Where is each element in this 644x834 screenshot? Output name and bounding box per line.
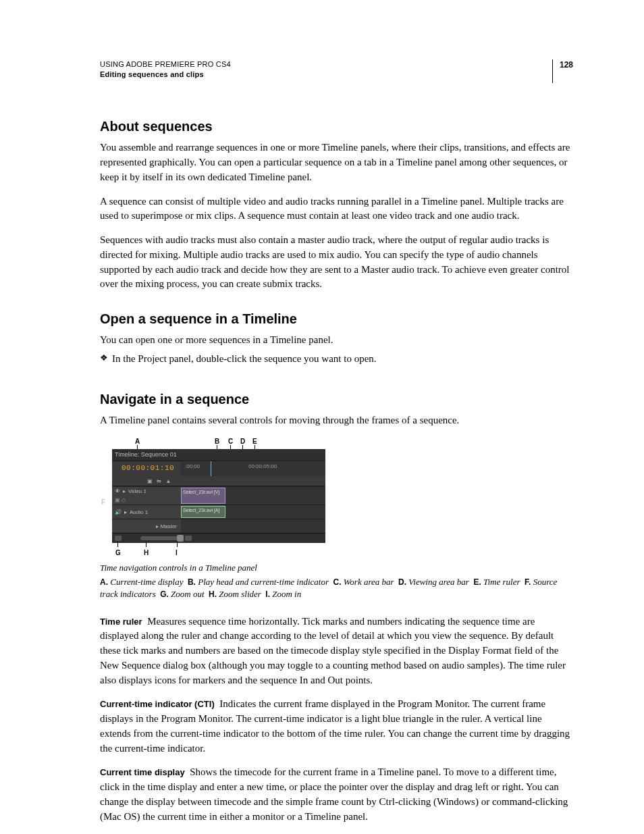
body-text: You assemble and rearrange sequences in … — [100, 140, 573, 184]
body-text: A Timeline panel contains several contro… — [100, 413, 573, 428]
definition: Current-time indicator (CTI) Indicates t… — [100, 697, 573, 756]
timeline-tab: Timeline: Sequence 01 — [112, 449, 325, 461]
ruler-label: 00:00:05:00 — [248, 463, 277, 471]
time-ruler: :00:00 00:00:05:00 — [181, 461, 325, 476]
callout-label: G — [115, 548, 121, 558]
video-clip: Select_23r.avi [V] — [181, 488, 225, 504]
callout-label: H — [144, 548, 149, 558]
figure-caption: Time navigation controls in a Timeline p… — [100, 562, 573, 575]
zoom-in-icon — [185, 536, 192, 541]
zoom-bar — [112, 533, 325, 543]
audio-track-head: 🔊▸Audio 1 — [112, 505, 181, 519]
bullet-text: In the Project panel, double-click the s… — [112, 352, 377, 367]
bullet-glyph-icon: ❖ — [100, 352, 112, 364]
timeline-tool-icons: ▣ ⇆ ▲ — [147, 477, 172, 486]
video-track: 👁▸Video 1 ▣ ◇ Select_23r.avi [V] — [112, 486, 325, 504]
zoom-slider — [140, 536, 181, 540]
figure-timeline: A B C D E F Timeline: Sequence 01 00:00:… — [100, 437, 573, 600]
eye-icon: 👁 — [115, 488, 120, 496]
timeline-timecode-row: 00:00:01:10 :00:00 00:00:05:00 — [112, 461, 325, 476]
definition: Time ruler Measures sequence time horizo… — [100, 615, 573, 688]
current-time-display: 00:00:01:10 — [112, 463, 181, 474]
document-page: USING ADOBE PREMIERE PRO CS4 Editing seq… — [0, 0, 644, 834]
definition: Current time display Shows the timecode … — [100, 765, 573, 824]
running-head-title: USING ADOBE PREMIERE PRO CS4 — [100, 59, 231, 70]
definition-text: Measures sequence time horizontally. Tic… — [100, 616, 566, 685]
callout-label: F — [101, 498, 105, 508]
heading-open-sequence: Open a sequence in a Timeline — [100, 309, 573, 329]
figure-callouts-top: A B C D E — [112, 437, 325, 449]
speaker-icon: 🔊 — [115, 509, 122, 517]
callout-label: I — [176, 548, 178, 558]
bullet-item: ❖ In the Project panel, double-click the… — [100, 352, 573, 367]
page-number: 128 — [552, 59, 573, 83]
definition-term: Time ruler — [100, 617, 142, 627]
figure-callouts-bottom: G H I — [112, 546, 325, 558]
running-head: USING ADOBE PREMIERE PRO CS4 Editing seq… — [100, 59, 573, 83]
timeline-tools-row: ▣ ⇆ ▲ — [112, 476, 325, 486]
ruler-label: :00:00 — [185, 463, 200, 471]
body-text: A sequence can consist of multiple video… — [100, 194, 573, 224]
master-track-head: ▸ Master — [112, 519, 181, 533]
body-text: You can open one or more sequences in a … — [100, 333, 573, 348]
track-name: Master — [161, 523, 177, 529]
cti-icon — [211, 461, 211, 476]
running-head-subtitle: Editing sequences and clips — [100, 70, 231, 80]
figure-screenshot: F Timeline: Sequence 01 00:00:01:10 :00:… — [112, 449, 325, 543]
track-name: Video 1 — [128, 488, 146, 496]
definition-term: Current-time indicator (CTI) — [100, 699, 215, 709]
body-text: Sequences with audio tracks must also co… — [100, 233, 573, 292]
track-name: Audio 1 — [130, 509, 148, 517]
audio-track: 🔊▸Audio 1 Select_23r.avi [A] — [112, 504, 325, 519]
master-track: ▸ Master — [112, 519, 325, 533]
running-head-left: USING ADOBE PREMIERE PRO CS4 Editing seq… — [100, 59, 231, 80]
figure-legend: A. Current-time display B. Play head and… — [100, 576, 573, 600]
definition-term: Current time display — [100, 767, 185, 777]
audio-clip: Select_23r.avi [A] — [181, 506, 225, 518]
heading-about-sequences: About sequences — [100, 117, 573, 136]
zoom-out-icon — [115, 536, 122, 541]
video-track-head: 👁▸Video 1 ▣ ◇ — [112, 487, 181, 504]
heading-navigate: Navigate in a sequence — [100, 390, 573, 409]
